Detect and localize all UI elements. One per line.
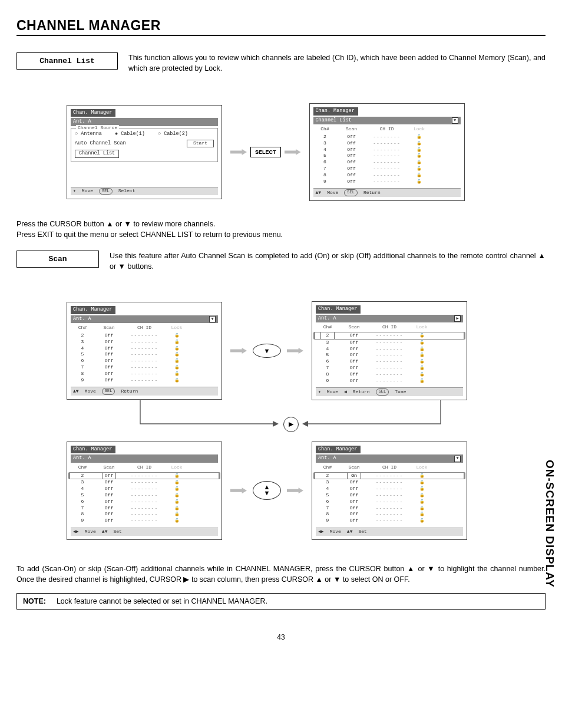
updown-icon: ▲▼ xyxy=(102,529,108,535)
dropdown-icon[interactable]: ▼ xyxy=(454,456,461,462)
svg-marker-0 xyxy=(273,421,279,427)
para-after: To add (Scan-On) or skip (Scan-Off) addi… xyxy=(16,564,546,585)
move-icon: ✦ xyxy=(73,188,76,195)
radio-cable1[interactable]: Cable(1) xyxy=(115,131,145,137)
dropdown-icon[interactable]: ▼ xyxy=(452,117,458,124)
table-row: 4Off-------- xyxy=(313,147,461,153)
col-ch: Ch# xyxy=(313,126,337,133)
note-label: NOTE: xyxy=(23,597,46,605)
down-oval-icon: ▼ xyxy=(253,344,281,358)
panel-chan-manager-main: Chan. Manager Ant. A Channel Source Ante… xyxy=(67,105,222,199)
table-row: 3Off-------- xyxy=(71,479,218,486)
channel-list-desc: This function allows you to review which… xyxy=(128,52,546,74)
channel-list-sub: Channel List xyxy=(316,117,352,124)
panel-scan-1: Chan. Manager Ant. A ▼ Ch#Scan CH IDLock… xyxy=(67,302,222,400)
table-row: 8Off-------- xyxy=(316,511,463,518)
channel-list-button[interactable]: Channel List xyxy=(75,150,119,157)
updown-oval-icon: ▲▼ xyxy=(253,481,281,500)
table-row: 6Off-------- xyxy=(316,499,463,505)
table-row: 2Off-------- xyxy=(71,472,218,480)
table-row: 7Off-------- xyxy=(316,505,463,512)
ant-label: Ant. A xyxy=(318,455,336,462)
table-row: 4Off-------- xyxy=(316,486,463,492)
table-row: 8Off-------- xyxy=(316,371,463,378)
panel-sub: Ant. A ▼ xyxy=(316,454,463,462)
table-row: 6Off-------- xyxy=(71,358,218,364)
updown-icon: ▲▼ xyxy=(73,388,79,395)
footer-select: Select xyxy=(118,188,135,195)
panel-title: Chan. Manager xyxy=(316,305,361,313)
table-row: 9Off-------- xyxy=(313,179,461,185)
table-row: 6Off-------- xyxy=(313,159,461,166)
svg-marker-1 xyxy=(302,421,308,427)
page-number: 43 xyxy=(16,633,546,641)
fieldset-label: Channel Source xyxy=(76,125,119,131)
arrow-right-icon xyxy=(230,149,247,155)
footer-bar: ✦Move ◀Return SELTune xyxy=(316,387,463,396)
panel-title: Chan. Manager xyxy=(71,109,115,117)
panel-sub: Ant. A xyxy=(71,454,218,462)
footer-bar: ▲▼Move SELReturn xyxy=(71,387,218,395)
table-header: Ch#Scan CH IDLock xyxy=(71,465,218,471)
panel-sub-chlist: Channel List ▼ xyxy=(313,117,461,124)
arrow-right-icon xyxy=(285,149,301,155)
table-row: 4Off-------- xyxy=(71,486,218,492)
panel-title: Chan. Manager xyxy=(313,107,358,115)
table-row: 6Off-------- xyxy=(316,358,463,365)
footer-bar: ◀▶Move ▲▼Set xyxy=(316,528,463,536)
table-row: 5Off-------- xyxy=(316,352,463,358)
footer-move: Move xyxy=(327,190,338,196)
table-row: 9Off-------- xyxy=(316,378,463,384)
channel-list-label: Channel List xyxy=(16,52,118,70)
table-row: 5Off-------- xyxy=(316,492,463,499)
ant-label: Ant. A xyxy=(73,455,91,462)
ant-label: Ant. A xyxy=(73,316,91,322)
table-row: 3Off-------- xyxy=(316,340,463,346)
left-icon: ◀ xyxy=(344,389,347,396)
channel-source-fieldset: Channel Source Antenna Cable(1) Cable(2)… xyxy=(71,128,218,162)
table-row: 2On-------- xyxy=(316,472,463,480)
panel-scan-3: Chan. Manager Ant. A Ch#Scan CH IDLock 2… xyxy=(67,442,222,540)
table-row: 3Off-------- xyxy=(316,479,463,486)
panel-scan-2: Chan. Manager Ant. A ▶ Ch#Scan CH IDLock… xyxy=(312,301,467,400)
col-lock: Lock xyxy=(408,126,431,133)
table-row: 6Off-------- xyxy=(71,499,218,505)
table-header: Ch#Scan CH IDLock xyxy=(316,465,463,471)
col-chid: CH ID xyxy=(366,126,408,133)
sel-pill: SEL xyxy=(99,188,113,195)
panel-title: Chan. Manager xyxy=(316,446,361,453)
page-title: CHANNEL MANAGER xyxy=(16,18,546,36)
table-row: 5Off-------- xyxy=(313,153,461,159)
auto-scan-label: Auto Channel Scan xyxy=(75,140,126,147)
select-label-box: SELECT xyxy=(250,147,281,157)
arrow-right-icon xyxy=(230,487,247,493)
dropdown-icon[interactable]: ▼ xyxy=(209,316,216,322)
note-text: Lock feature cannot be selected or set i… xyxy=(57,597,267,605)
footer-bar: ✦ Move SEL Select xyxy=(71,187,218,195)
arrow-right-icon xyxy=(287,487,303,493)
sel-pill: SEL xyxy=(344,189,358,196)
lr-icon: ◀▶ xyxy=(73,529,79,535)
table-row: 5Off-------- xyxy=(71,492,218,499)
table-row: 8Off-------- xyxy=(313,172,461,179)
table-row: 4Off-------- xyxy=(316,346,463,353)
right-round-icon: ▶ xyxy=(283,417,299,432)
footer-bar: ◀▶Move ▲▼Set xyxy=(71,528,218,536)
col-scan: Scan xyxy=(337,126,366,133)
note-box: NOTE: Lock feature cannot be selected or… xyxy=(16,593,546,610)
arrow-down-block: ▼ xyxy=(230,344,303,358)
panel-sub: Ant. A ▶ xyxy=(316,315,463,322)
arrow-updown-block: ▲▼ xyxy=(230,481,303,500)
table-row: 7Off-------- xyxy=(71,505,218,512)
start-button[interactable]: Start xyxy=(187,140,214,147)
table-row: 9Off-------- xyxy=(316,518,463,524)
table-row: 8Off-------- xyxy=(71,511,218,518)
updown-icon: ✦ xyxy=(318,389,321,396)
scan-desc: Use this feature after Auto Channel Scan… xyxy=(110,251,546,272)
table-row: 9Off-------- xyxy=(71,518,218,524)
dropdown-icon[interactable]: ▶ xyxy=(454,315,461,322)
table-row: 3Off-------- xyxy=(71,339,218,345)
table-row: 2Off-------- xyxy=(313,134,461,140)
radio-antenna[interactable]: Antenna xyxy=(75,131,102,137)
radio-cable2[interactable]: Cable(2) xyxy=(158,131,188,137)
